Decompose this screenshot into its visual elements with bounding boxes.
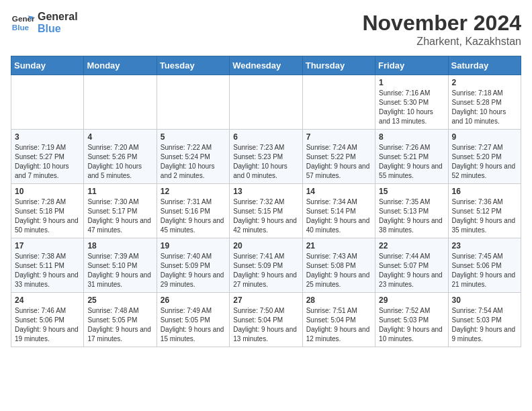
day-number: 4 [87, 132, 152, 142]
calendar-cell [84, 75, 157, 130]
day-number: 25 [87, 295, 152, 305]
day-number: 18 [87, 241, 152, 250]
calendar-cell: 19Sunrise: 7:40 AM Sunset: 5:09 PM Dayli… [157, 238, 229, 293]
day-info: Sunrise: 7:43 AM Sunset: 5:08 PM Dayligh… [306, 252, 371, 289]
day-number: 7 [306, 132, 371, 142]
calendar-cell: 4Sunrise: 7:20 AM Sunset: 5:26 PM Daylig… [84, 130, 157, 184]
calendar-cell [302, 75, 375, 130]
day-info: Sunrise: 7:45 AM Sunset: 5:06 PM Dayligh… [452, 252, 517, 289]
day-info: Sunrise: 7:26 AM Sunset: 5:21 PM Dayligh… [379, 143, 444, 181]
calendar-cell: 14Sunrise: 7:34 AM Sunset: 5:14 PM Dayli… [302, 184, 375, 238]
day-info: Sunrise: 7:39 AM Sunset: 5:10 PM Dayligh… [87, 252, 152, 289]
calendar-cell: 20Sunrise: 7:41 AM Sunset: 5:09 PM Dayli… [230, 238, 302, 293]
calendar-cell: 24Sunrise: 7:46 AM Sunset: 5:06 PM Dayli… [11, 293, 84, 347]
calendar-week-2: 3Sunrise: 7:19 AM Sunset: 5:27 PM Daylig… [11, 130, 521, 184]
calendar-cell: 17Sunrise: 7:38 AM Sunset: 5:11 PM Dayli… [11, 238, 84, 293]
day-number: 8 [379, 132, 444, 142]
calendar-cell: 5Sunrise: 7:22 AM Sunset: 5:24 PM Daylig… [157, 130, 229, 184]
calendar-cell: 10Sunrise: 7:28 AM Sunset: 5:18 PM Dayli… [11, 184, 84, 238]
day-info: Sunrise: 7:38 AM Sunset: 5:11 PM Dayligh… [15, 252, 80, 289]
calendar-cell: 18Sunrise: 7:39 AM Sunset: 5:10 PM Dayli… [84, 238, 157, 293]
weekday-header-row: SundayMondayTuesdayWednesdayThursdayFrid… [11, 56, 521, 75]
day-info: Sunrise: 7:48 AM Sunset: 5:05 PM Dayligh… [87, 306, 152, 344]
day-info: Sunrise: 7:36 AM Sunset: 5:12 PM Dayligh… [452, 197, 517, 235]
day-info: Sunrise: 7:46 AM Sunset: 5:06 PM Dayligh… [15, 306, 80, 344]
location-title: Zharkent, Kazakhstan [362, 36, 521, 48]
day-info: Sunrise: 7:16 AM Sunset: 5:30 PM Dayligh… [379, 89, 444, 126]
day-number: 27 [233, 295, 298, 305]
day-info: Sunrise: 7:23 AM Sunset: 5:23 PM Dayligh… [233, 143, 298, 181]
day-info: Sunrise: 7:20 AM Sunset: 5:26 PM Dayligh… [87, 143, 152, 181]
day-info: Sunrise: 7:31 AM Sunset: 5:16 PM Dayligh… [161, 197, 226, 235]
day-info: Sunrise: 7:54 AM Sunset: 5:03 PM Dayligh… [452, 306, 517, 344]
calendar-cell: 25Sunrise: 7:48 AM Sunset: 5:05 PM Dayli… [84, 293, 157, 347]
calendar-cell: 8Sunrise: 7:26 AM Sunset: 5:21 PM Daylig… [375, 130, 448, 184]
day-number: 15 [379, 187, 444, 196]
title-area: November 2024 Zharkent, Kazakhstan [362, 11, 521, 48]
day-info: Sunrise: 7:24 AM Sunset: 5:22 PM Dayligh… [306, 143, 371, 181]
day-info: Sunrise: 7:27 AM Sunset: 5:20 PM Dayligh… [452, 143, 517, 181]
calendar-cell: 1Sunrise: 7:16 AM Sunset: 5:30 PM Daylig… [375, 75, 448, 130]
calendar-cell: 7Sunrise: 7:24 AM Sunset: 5:22 PM Daylig… [302, 130, 375, 184]
day-info: Sunrise: 7:52 AM Sunset: 5:03 PM Dayligh… [379, 306, 444, 344]
weekday-header-saturday: Saturday [448, 56, 521, 75]
weekday-header-thursday: Thursday [302, 56, 375, 75]
calendar-cell: 6Sunrise: 7:23 AM Sunset: 5:23 PM Daylig… [230, 130, 302, 184]
month-title: November 2024 [362, 11, 521, 36]
day-number: 9 [452, 132, 517, 142]
day-number: 5 [161, 132, 226, 142]
day-info: Sunrise: 7:32 AM Sunset: 5:15 PM Dayligh… [233, 197, 298, 235]
day-info: Sunrise: 7:34 AM Sunset: 5:14 PM Dayligh… [306, 197, 371, 235]
page-header: General Blue General Blue November 2024 … [11, 11, 521, 48]
calendar-cell: 29Sunrise: 7:52 AM Sunset: 5:03 PM Dayli… [375, 293, 448, 347]
day-number: 10 [15, 187, 80, 196]
day-number: 29 [379, 295, 444, 305]
calendar-cell: 23Sunrise: 7:45 AM Sunset: 5:06 PM Dayli… [448, 238, 521, 293]
day-info: Sunrise: 7:40 AM Sunset: 5:09 PM Dayligh… [161, 252, 226, 289]
day-number: 12 [161, 187, 226, 196]
weekday-header-sunday: Sunday [11, 56, 84, 75]
day-info: Sunrise: 7:51 AM Sunset: 5:04 PM Dayligh… [306, 306, 371, 344]
day-info: Sunrise: 7:19 AM Sunset: 5:27 PM Dayligh… [15, 143, 80, 181]
day-number: 19 [161, 241, 226, 250]
calendar-cell: 28Sunrise: 7:51 AM Sunset: 5:04 PM Dayli… [302, 293, 375, 347]
svg-text:Blue: Blue [12, 23, 30, 32]
calendar-cell: 11Sunrise: 7:30 AM Sunset: 5:17 PM Dayli… [84, 184, 157, 238]
day-number: 11 [87, 187, 152, 196]
calendar-cell: 22Sunrise: 7:44 AM Sunset: 5:07 PM Dayli… [375, 238, 448, 293]
calendar-cell: 30Sunrise: 7:54 AM Sunset: 5:03 PM Dayli… [448, 293, 521, 347]
day-info: Sunrise: 7:35 AM Sunset: 5:13 PM Dayligh… [379, 197, 444, 235]
day-number: 20 [233, 241, 298, 250]
day-info: Sunrise: 7:22 AM Sunset: 5:24 PM Dayligh… [161, 143, 226, 181]
calendar-cell [11, 75, 84, 130]
calendar-cell: 13Sunrise: 7:32 AM Sunset: 5:15 PM Dayli… [230, 184, 302, 238]
day-number: 13 [233, 187, 298, 196]
logo-line1: General [38, 11, 78, 23]
weekday-header-wednesday: Wednesday [230, 56, 302, 75]
day-number: 14 [306, 187, 371, 196]
calendar-week-5: 24Sunrise: 7:46 AM Sunset: 5:06 PM Dayli… [11, 293, 521, 347]
day-info: Sunrise: 7:30 AM Sunset: 5:17 PM Dayligh… [87, 197, 152, 235]
calendar-cell [157, 75, 229, 130]
day-number: 30 [452, 295, 517, 305]
calendar-cell [230, 75, 302, 130]
calendar-cell: 21Sunrise: 7:43 AM Sunset: 5:08 PM Dayli… [302, 238, 375, 293]
day-info: Sunrise: 7:41 AM Sunset: 5:09 PM Dayligh… [233, 252, 298, 289]
day-info: Sunrise: 7:18 AM Sunset: 5:28 PM Dayligh… [452, 89, 517, 126]
weekday-header-friday: Friday [375, 56, 448, 75]
day-number: 26 [161, 295, 226, 305]
calendar-week-3: 10Sunrise: 7:28 AM Sunset: 5:18 PM Dayli… [11, 184, 521, 238]
calendar-table: SundayMondayTuesdayWednesdayThursdayFrid… [11, 56, 521, 347]
day-number: 22 [379, 241, 444, 250]
calendar-cell: 2Sunrise: 7:18 AM Sunset: 5:28 PM Daylig… [448, 75, 521, 130]
calendar-cell: 12Sunrise: 7:31 AM Sunset: 5:16 PM Dayli… [157, 184, 229, 238]
day-info: Sunrise: 7:49 AM Sunset: 5:05 PM Dayligh… [161, 306, 226, 344]
day-number: 21 [306, 241, 371, 250]
day-info: Sunrise: 7:28 AM Sunset: 5:18 PM Dayligh… [15, 197, 80, 235]
day-number: 3 [15, 132, 80, 142]
day-number: 2 [452, 78, 517, 87]
calendar-cell: 9Sunrise: 7:27 AM Sunset: 5:20 PM Daylig… [448, 130, 521, 184]
day-number: 17 [15, 241, 80, 250]
calendar-cell: 15Sunrise: 7:35 AM Sunset: 5:13 PM Dayli… [375, 184, 448, 238]
day-number: 6 [233, 132, 298, 142]
